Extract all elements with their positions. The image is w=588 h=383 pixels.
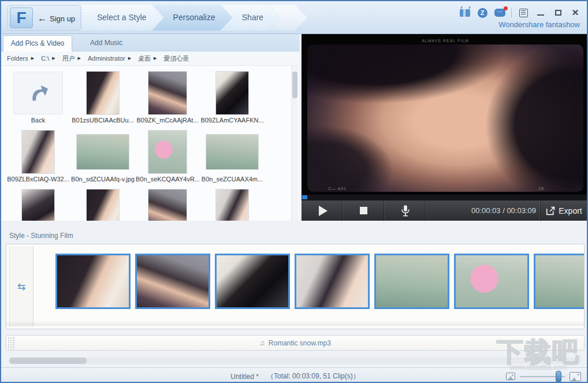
gift-icon[interactable] <box>459 8 471 18</box>
photo-thumbnail <box>21 130 55 174</box>
file-item[interactable] <box>135 187 200 221</box>
preview-frame <box>307 44 583 192</box>
play-icon <box>319 206 328 216</box>
timeline-filmstrip: ⇆ <box>6 244 585 329</box>
sleep-mode-icon[interactable]: Z <box>477 8 488 18</box>
divider <box>511 8 512 17</box>
breadcrumb-desktop[interactable]: 桌面▶ <box>138 54 157 63</box>
maximize-button[interactable] <box>552 8 564 18</box>
progress-thumb[interactable] <box>302 195 307 199</box>
menu-form-icon[interactable] <box>518 8 529 18</box>
feedback-chat-icon[interactable]: ⋯ <box>494 8 505 18</box>
film-overlay-top: ALWAYS REAL FILM <box>302 39 588 43</box>
file-item[interactable]: B0n_seZCUAAX4m... <box>200 128 265 187</box>
music-track-name: Romantic snow.mp3 <box>269 339 331 347</box>
breadcrumb-folders[interactable]: Folders▶ <box>7 55 34 62</box>
zoom-slider-handle[interactable] <box>556 371 561 382</box>
notification-dot <box>504 6 508 10</box>
breadcrumb-current-folder[interactable]: 愛須心亜 <box>164 54 189 63</box>
file-scrollbar-thumb[interactable] <box>292 72 297 98</box>
large-thumbnails-icon[interactable] <box>570 372 581 381</box>
reorder-icon: ⇆ <box>17 281 25 293</box>
file-item[interactable] <box>200 187 265 221</box>
play-button[interactable] <box>302 200 343 221</box>
playback-time: 00:00:03 / 00:03:09 <box>471 200 536 221</box>
timeline-clip[interactable] <box>374 254 449 309</box>
breadcrumb-users[interactable]: 用户▶ <box>62 54 81 63</box>
timeline-scrollbar-thumb[interactable] <box>9 358 87 364</box>
project-summary: （Total: 00:03:09, 51 Clip(s)） <box>267 371 360 381</box>
file-item[interactable] <box>70 187 135 221</box>
left-arrow-icon: ← <box>38 13 47 24</box>
timeline-clip[interactable] <box>215 254 290 309</box>
timeline-scrollbar[interactable] <box>9 358 581 364</box>
timeline-clip[interactable] <box>295 254 370 309</box>
file-item[interactable]: B0n_sdZCUAAfq-v.jpg <box>70 128 135 187</box>
timeline-clip[interactable] <box>534 254 585 309</box>
breadcrumb-arrow-icon: ▶ <box>154 56 157 61</box>
small-thumbnails-icon[interactable] <box>506 373 515 380</box>
timeline-clip[interactable] <box>55 254 131 309</box>
zoom-slider[interactable] <box>520 376 565 377</box>
export-button[interactable]: Export <box>539 200 588 221</box>
breadcrumb-arrow-icon: ▶ <box>78 56 81 61</box>
file-item[interactable]: B01zsUBCIAAcBUu... <box>70 69 135 128</box>
reorder-handle[interactable]: ⇆ <box>9 246 34 327</box>
media-browser-panel: Add Pics & Video Add Music Folders▶ C:\▶… <box>1 34 299 221</box>
photo-thumbnail <box>148 130 187 174</box>
video-preview-panel: ALWAYS REAL FILM C— A91 28 00:00:03 / 00… <box>302 34 588 221</box>
photo-thumbnail <box>148 71 187 115</box>
tab-add-music[interactable]: Add Music <box>73 35 140 51</box>
timeline-clip[interactable] <box>135 254 210 309</box>
account-area: F ← Sign up <box>7 5 81 31</box>
file-item-back[interactable]: Back <box>6 69 70 128</box>
music-grip-handle[interactable] <box>7 336 14 349</box>
film-overlay-bottom-right: 28 <box>538 187 544 191</box>
back-arrow-icon <box>27 84 49 102</box>
minimize-button[interactable] <box>535 8 546 18</box>
file-item[interactable]: B09ZK_mCcAAjRAt... <box>135 69 200 128</box>
file-item[interactable]: B09ZLAmCYAAFKN... <box>200 69 265 128</box>
photo-thumbnail <box>215 189 249 221</box>
timeline-clips <box>55 254 585 314</box>
step-personalize[interactable]: Personalize <box>152 5 233 31</box>
style-label: Style - Stunning Film <box>9 232 73 240</box>
breadcrumb-administrator[interactable]: Administrator▶ <box>88 55 131 62</box>
media-tabs: Add Pics & Video Add Music <box>1 34 299 51</box>
tab-add-pics-video[interactable]: Add Pics & Video <box>3 35 72 51</box>
photo-thumbnail <box>206 134 259 170</box>
step-select-style[interactable]: Select a Style <box>82 5 164 31</box>
close-button[interactable]: ✕ <box>570 8 581 18</box>
back-folder-tile <box>13 72 63 114</box>
music-track-bar[interactable]: ♫ Romantic snow.mp3 <box>6 335 585 351</box>
file-item[interactable] <box>6 187 70 221</box>
photo-thumbnail <box>148 189 187 221</box>
photo-thumbnail <box>86 71 120 115</box>
filmstrip-shadow <box>6 321 584 326</box>
playback-progress-bar[interactable] <box>302 195 588 200</box>
photo-thumbnail <box>86 189 120 221</box>
breadcrumb-arrow-icon: ▶ <box>31 56 34 61</box>
timeline-clip[interactable] <box>454 254 529 309</box>
thumbnail-zoom-control <box>506 368 581 383</box>
file-grid: Back B01zsUBCIAAcBUu... B09ZK_mCcAAjRAt.… <box>6 66 267 221</box>
breadcrumb: Folders▶ C:\▶ 用户▶ Administrator▶ 桌面▶ 愛須心… <box>1 51 299 66</box>
project-name: Untitled * <box>230 373 259 381</box>
music-note-icon: ♫ <box>259 339 265 347</box>
wizard-steps: Select a Style Personalize Share <box>82 5 307 31</box>
photo-thumbnail <box>21 189 55 221</box>
photo-thumbnail <box>215 71 249 115</box>
breadcrumb-arrow-icon: ▶ <box>128 56 131 61</box>
file-scrollbar[interactable] <box>291 66 298 221</box>
film-overlay-bottom-left: C— A91 <box>328 187 347 191</box>
signup-button[interactable]: ← Sign up <box>38 6 75 31</box>
player-controls: 00:00:03 / 00:03:09 Export <box>302 200 588 221</box>
file-item[interactable]: B0n_seKCQAAY4vR... <box>135 128 200 187</box>
stop-icon <box>360 207 367 214</box>
brand-text: Wondershare fantashow <box>498 20 580 29</box>
breadcrumb-drive[interactable]: C:\▶ <box>41 55 55 62</box>
status-bar: Untitled * （Total: 00:03:09, 51 Clip(s)） <box>1 367 588 383</box>
stop-button[interactable] <box>343 200 385 221</box>
file-item[interactable]: B09ZLBxCIAQ-W32... <box>6 128 70 187</box>
record-voice-button[interactable] <box>385 200 426 221</box>
